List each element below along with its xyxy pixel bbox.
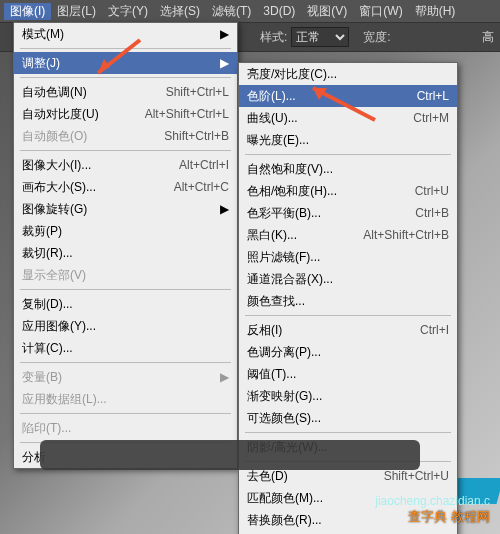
image-menu-item-13: 显示全部(V) [14,264,237,286]
image-menu-item-10[interactable]: 图像旋转(G)▶ [14,198,237,220]
menu-item-label: 裁切(R)... [22,245,229,262]
menu-item-label: 自然饱和度(V)... [247,161,449,178]
menu-item-shortcut: Shift+Ctrl+L [166,85,229,99]
menu-item-label: 自动颜色(O) [22,128,144,145]
menu-item-label: 图像大小(I)... [22,157,159,174]
annotation-arrow-1 [90,35,150,88]
image-menu-item-6: 自动颜色(O)Shift+Ctrl+B [14,125,237,147]
adjust-menu-item-16[interactable]: 渐变映射(G)... [239,385,457,407]
menu-item-label: 陷印(T)... [22,420,229,437]
image-menu-item-5[interactable]: 自动对比度(U)Alt+Shift+Ctrl+L [14,103,237,125]
adjust-menu-item-11[interactable]: 颜色查找... [239,290,457,312]
adjust-menu-item-13[interactable]: 反相(I)Ctrl+I [239,319,457,341]
width-label: 宽度: [363,29,390,46]
menu-item-shortcut: Ctrl+L [417,89,449,103]
style-label: 样式: [260,29,287,46]
menu-item-label: 渐变映射(G)... [247,388,449,405]
menu-view[interactable]: 视图(V) [301,3,353,20]
menu-item-label: 自动对比度(U) [22,106,125,123]
adjust-menu-item-15[interactable]: 阈值(T)... [239,363,457,385]
menu-item-label: 色彩平衡(B)... [247,205,395,222]
menu-item-label: 可选颜色(S)... [247,410,449,427]
image-menu-item-12[interactable]: 裁切(R)... [14,242,237,264]
menu-text[interactable]: 文字(Y) [102,3,154,20]
adjust-menu-item-9[interactable]: 照片滤镜(F)... [239,246,457,268]
menu-item-shortcut: Shift+Ctrl+B [164,129,229,143]
adjust-menu-item-8[interactable]: 黑白(K)...Alt+Shift+Ctrl+B [239,224,457,246]
menu-item-shortcut: Alt+Shift+Ctrl+L [145,107,229,121]
image-menu-item-8[interactable]: 图像大小(I)...Alt+Ctrl+I [14,154,237,176]
menu-item-shortcut: Ctrl+U [415,184,449,198]
image-menu-item-16[interactable]: 应用图像(Y)... [14,315,237,337]
menu-item-label: 变量(B) [22,369,219,386]
menu-item-label: 通道混合器(X)... [247,271,449,288]
submenu-arrow-icon: ▶ [219,56,229,70]
menu-item-shortcut: Ctrl+M [413,111,449,125]
adjust-menu-item-17[interactable]: 可选颜色(S)... [239,407,457,429]
menu-3d[interactable]: 3D(D) [257,4,301,18]
image-menu-item-9[interactable]: 画布大小(S)...Alt+Ctrl+C [14,176,237,198]
menu-item-shortcut: Ctrl+B [415,206,449,220]
redaction-bar [40,440,420,470]
menu-item-label: 色相/饱和度(H)... [247,183,395,200]
menubar: 图像(I) 图层(L) 文字(Y) 选择(S) 滤镜(T) 3D(D) 视图(V… [0,0,500,22]
submenu-arrow-icon: ▶ [219,27,229,41]
image-menu: 模式(M)▶调整(J)▶自动色调(N)Shift+Ctrl+L自动对比度(U)A… [13,22,238,469]
menu-item-label: 复制(D)... [22,296,229,313]
menu-item-label: 黑白(K)... [247,227,343,244]
adjust-menu-item-7[interactable]: 色彩平衡(B)...Ctrl+B [239,202,457,224]
menu-item-label: 曝光度(E)... [247,132,449,149]
image-menu-item-17[interactable]: 计算(C)... [14,337,237,359]
menu-image[interactable]: 图像(I) [4,3,51,20]
menu-item-shortcut: Ctrl+I [420,323,449,337]
adjust-menu-item-10[interactable]: 通道混合器(X)... [239,268,457,290]
menu-item-label: 照片滤镜(F)... [247,249,449,266]
image-menu-item-11[interactable]: 裁剪(P) [14,220,237,242]
menu-item-label: 画布大小(S)... [22,179,154,196]
watermark-text: 查字典 教程网 [408,508,490,526]
extra-label: 高 [482,29,494,46]
menu-item-label: 应用数据组(L)... [22,391,229,408]
submenu-arrow-icon: ▶ [219,370,229,384]
adjust-menu-item-5[interactable]: 自然饱和度(V)... [239,158,457,180]
image-menu-item-20: 应用数据组(L)... [14,388,237,410]
menu-filter[interactable]: 滤镜(T) [206,3,257,20]
menu-item-label: 裁剪(P) [22,223,229,240]
image-menu-item-19: 变量(B)▶ [14,366,237,388]
menu-item-label: 显示全部(V) [22,267,229,284]
menu-item-label: 去色(D) [247,468,364,485]
watermark-url: jiaocheng.chazidian.c [375,494,490,508]
adjust-menu-item-14[interactable]: 色调分离(P)... [239,341,457,363]
menu-item-shortcut: Alt+Shift+Ctrl+B [363,228,449,242]
menu-select[interactable]: 选择(S) [154,3,206,20]
submenu-arrow-icon: ▶ [219,202,229,216]
image-menu-item-22: 陷印(T)... [14,417,237,439]
menu-item-shortcut: Shift+Ctrl+U [384,469,449,483]
adjust-menu-item-6[interactable]: 色相/饱和度(H)...Ctrl+U [239,180,457,202]
menu-item-shortcut: Alt+Ctrl+C [174,180,229,194]
menu-window[interactable]: 窗口(W) [353,3,408,20]
menu-item-label: 应用图像(Y)... [22,318,229,335]
menu-item-label: 反相(I) [247,322,400,339]
menu-layer[interactable]: 图层(L) [51,3,102,20]
menu-item-label: 阈值(T)... [247,366,449,383]
menu-item-label: 计算(C)... [22,340,229,357]
menu-item-label: 色调分离(P)... [247,344,449,361]
menu-help[interactable]: 帮助(H) [409,3,462,20]
menu-item-label: 图像旋转(G) [22,201,219,218]
annotation-arrow-2 [305,80,385,133]
menu-item-shortcut: Alt+Ctrl+I [179,158,229,172]
style-select[interactable]: 正常 [291,27,349,47]
image-menu-item-15[interactable]: 复制(D)... [14,293,237,315]
menu-item-label: 颜色查找... [247,293,449,310]
